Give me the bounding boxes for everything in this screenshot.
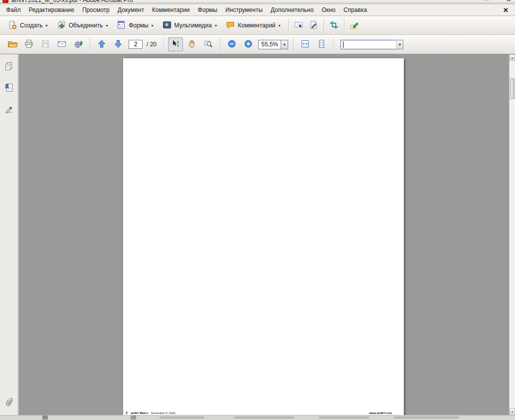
marquee-zoom-icon — [203, 39, 213, 50]
down-arrow-icon — [113, 39, 123, 50]
comment-bubble-icon — [225, 20, 235, 31]
email-button[interactable] — [54, 37, 69, 51]
page-footer-date: November 5, 2021 — [151, 412, 175, 415]
scroll-up-icon[interactable]: ▲ — [510, 54, 515, 61]
combine-files-icon — [56, 20, 66, 31]
select-tool-icon — [171, 39, 180, 50]
toolbar-separator — [344, 19, 344, 32]
toolbar-separator — [164, 38, 164, 51]
dropdown-icon: ▾ — [106, 23, 108, 28]
background-window-peek — [0, 415, 515, 420]
dropdown-icon: ▾ — [46, 23, 48, 28]
pages-icon — [4, 61, 14, 73]
upload-acrobat-button[interactable] — [71, 37, 86, 51]
page-pen-icon — [309, 20, 319, 31]
close-document-icon[interactable]: ✕ — [499, 6, 513, 14]
scroll-down-icon[interactable]: ▼ — [510, 409, 515, 415]
multimedia-button[interactable]: Мультимедиа ▾ — [159, 18, 220, 33]
menu-tools[interactable]: Инструменты — [221, 4, 267, 15]
comment-button[interactable]: Комментарий ▾ — [222, 18, 284, 33]
find-dropdown-button[interactable]: ▾ — [396, 40, 403, 49]
scrollbar-thumb[interactable] — [510, 78, 515, 99]
hand-tool-icon — [187, 39, 197, 50]
zoom-in-button[interactable] — [241, 37, 256, 51]
application-window: amNY2021_M_05-xs.pdf - Adobe Acrobat Pro… — [0, 0, 515, 420]
find-input[interactable] — [341, 40, 396, 49]
fit-width-button[interactable] — [298, 37, 313, 51]
paperclip-icon — [2, 396, 15, 411]
text-caret — [343, 41, 343, 48]
page-total-label: / 20 — [147, 41, 157, 48]
attachments-panel-button[interactable] — [3, 397, 15, 409]
menu-window[interactable]: Окно — [318, 4, 340, 15]
bookmarks-panel-button[interactable] — [3, 83, 15, 95]
zoom-dropdown-button[interactable]: ▾ — [281, 40, 288, 49]
menu-comments[interactable]: Комментарии — [148, 4, 194, 15]
zoom-level-combo: 55,5% ▾ — [258, 40, 288, 49]
menu-view[interactable]: Просмотр — [78, 4, 114, 15]
menu-file[interactable]: Файл — [2, 4, 25, 15]
previous-page-button[interactable] — [94, 37, 109, 51]
background-window-fragment — [42, 416, 48, 420]
open-file-button[interactable] — [5, 37, 20, 51]
print-button[interactable] — [21, 37, 36, 51]
fit-width-icon — [300, 39, 310, 50]
close-icon[interactable]: ✕ — [507, 0, 511, 3]
page-footer: 2 amNY Metro November 5, 2021 www.amNY.c… — [126, 411, 392, 415]
forms-button[interactable]: Формы ▾ — [113, 18, 157, 33]
menu-bar: Файл Редактирование Просмотр Документ Ко… — [0, 4, 515, 16]
menu-help[interactable]: Справка — [340, 4, 371, 15]
next-page-button[interactable] — [111, 37, 126, 51]
marquee-zoom-button[interactable] — [201, 37, 216, 51]
edit-text-button[interactable] — [347, 18, 362, 32]
navigation-panel-bar — [0, 54, 18, 415]
signatures-panel-button[interactable] — [3, 105, 15, 117]
background-window-fragment — [160, 417, 204, 419]
globe-upload-icon — [73, 39, 83, 50]
menu-advanced[interactable]: Дополнительно — [267, 4, 318, 15]
fit-page-button[interactable] — [314, 37, 329, 51]
page-footer-brand: amNY Metro — [131, 412, 148, 415]
zoom-level-value[interactable]: 55,5% — [258, 40, 281, 49]
multimedia-icon — [162, 20, 172, 31]
navigation-toolbar: / 20 5 — [0, 35, 515, 54]
combine-button[interactable]: Объединить ▾ — [53, 18, 112, 33]
dropdown-icon: ▾ — [215, 23, 217, 28]
menu-forms[interactable]: Формы — [194, 4, 221, 15]
combine-label: Объединить — [69, 22, 103, 29]
sign-document-button[interactable] — [306, 18, 321, 32]
toolbar-separator — [90, 38, 90, 51]
background-window-fragment — [319, 417, 369, 419]
zoom-out-button[interactable] — [224, 37, 239, 51]
task-toolbar: Создать ▾ Объединить ▾ Формы ▾ Мультимед… — [0, 16, 515, 35]
printer-icon — [24, 39, 34, 50]
pdf-page-canvas[interactable]: 2 amNY Metro November 5, 2021 www.amNY.c… — [123, 58, 404, 415]
crop-icon — [329, 20, 339, 31]
save-button — [38, 37, 53, 51]
fit-page-icon — [317, 39, 327, 50]
menu-edit[interactable]: Редактирование — [25, 4, 78, 15]
background-window-fragment — [394, 417, 459, 419]
minimize-icon[interactable]: — — [484, 0, 490, 3]
toolbar-separator — [293, 38, 294, 51]
select-tool-button[interactable] — [168, 37, 183, 51]
create-pdf-icon — [7, 20, 17, 31]
background-window-fragment — [234, 417, 294, 419]
pages-panel-button[interactable] — [3, 61, 15, 73]
multimedia-label: Мультимедиа — [174, 22, 212, 29]
comment-label: Комментарий — [238, 22, 276, 29]
bookmarks-icon — [4, 83, 14, 95]
up-arrow-icon — [97, 39, 107, 50]
hand-tool-button[interactable] — [184, 37, 199, 51]
create-pdf-button[interactable]: Создать ▾ — [4, 18, 51, 33]
email-envelope-icon — [57, 39, 67, 50]
save-floppy-icon — [40, 39, 50, 50]
select-object-button[interactable] — [291, 18, 306, 32]
vertical-scrollbar[interactable]: ▲ ▼ — [509, 54, 515, 415]
page-number-input[interactable] — [129, 40, 143, 49]
menu-document[interactable]: Документ — [114, 4, 148, 15]
zoom-out-icon — [227, 39, 236, 50]
document-view[interactable]: 2 amNY Metro November 5, 2021 www.amNY.c… — [18, 54, 509, 415]
forms-icon — [116, 20, 126, 31]
crop-pages-button[interactable] — [327, 18, 342, 32]
